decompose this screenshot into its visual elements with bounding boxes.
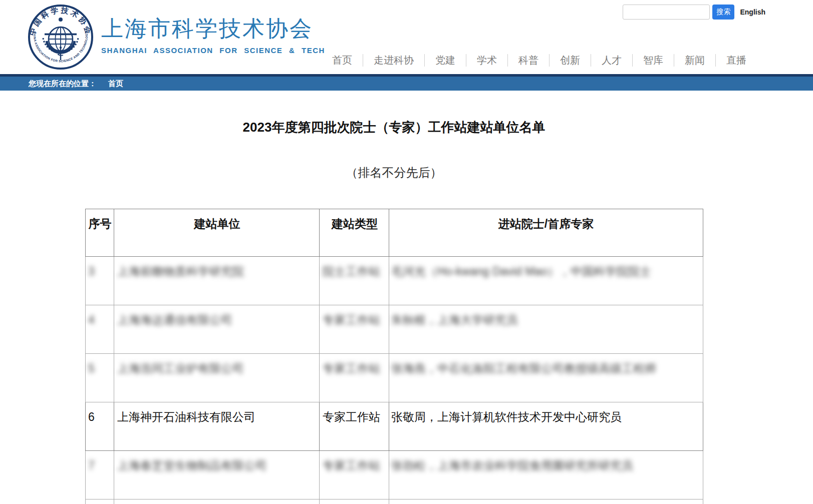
- expert-name: 张劲松，上海市农业科学院食用菌研究所研究员: [389, 451, 703, 499]
- station-type: 专家工作站: [320, 305, 389, 353]
- nav-item-4[interactable]: 科普: [508, 54, 549, 67]
- unit-name: 上海海达通信有限公司: [114, 305, 319, 353]
- unit-name: 上海浩同工业炉有限公司: [114, 354, 319, 402]
- unit-name: 上海神开石油科技有限公司: [114, 402, 319, 450]
- site-subtitle: SHANGHAI ASSOCIATION FOR SCIENCE & TECH: [101, 46, 325, 55]
- expert-name: 张海燕，中石化洛阳工程有限公司教授级高级工程师: [389, 354, 703, 402]
- row-number: [86, 499, 114, 504]
- nav-item-1[interactable]: 走进科协: [363, 54, 424, 67]
- search-input[interactable]: [623, 5, 710, 20]
- search-area: 搜索 English: [623, 4, 765, 20]
- table-row: 5 上海浩同工业炉有限公司 专家工作站 张海燕，中石化洛阳工程有限公司教授级高级…: [86, 354, 703, 402]
- cast-logo: 中国科学技术协会 CHINA ASSOCIATION FOR SCIENCE A…: [28, 4, 94, 70]
- workstation-table: 序号建站单位建站类型进站院士/首席专家 3 上海前瞻物质科学研究院 院士工作站 …: [85, 209, 703, 504]
- main-content: 2023年度第四批次院士（专家）工作站建站单位名单 （排名不分先后） 序号建站单…: [85, 120, 703, 504]
- row-number: 5: [86, 354, 114, 402]
- english-link[interactable]: English: [740, 8, 765, 16]
- nav-item-3[interactable]: 学术: [466, 54, 507, 67]
- table-row: [86, 499, 703, 504]
- station-type: 专家工作站: [320, 402, 389, 450]
- page: 中国科学技术协会 CHINA ASSOCIATION FOR SCIENCE A…: [0, 0, 813, 504]
- page-subtitle: （排名不分先后）: [85, 166, 703, 180]
- expert-name: 张敬周，上海计算机软件技术开发中心研究员: [389, 402, 703, 450]
- expert-name: [389, 499, 703, 504]
- column-header: 建站单位: [114, 209, 319, 256]
- unit-name: 上海前瞻物质科学研究院: [114, 257, 319, 305]
- station-type: 专家工作站: [320, 354, 389, 402]
- table-row: 4 上海海达通信有限公司 专家工作站 朱秋根，上海大学研究员: [86, 305, 703, 354]
- row-number: 3: [86, 257, 114, 305]
- nav-item-8[interactable]: 新闻: [674, 54, 715, 67]
- expert-name: 毛河光（Ho-kwang David Mao），中国科学院院士: [389, 257, 703, 305]
- table-row: 3 上海前瞻物质科学研究院 院士工作站 毛河光（Ho-kwang David M…: [86, 257, 703, 305]
- nav-item-5[interactable]: 创新: [550, 54, 591, 67]
- station-type: 专家工作站: [320, 451, 389, 499]
- nav-item-9[interactable]: 直播: [716, 54, 757, 67]
- row-number: 6: [86, 402, 114, 450]
- search-button[interactable]: 搜索: [712, 5, 734, 20]
- site-title: 上海市科学技术协会: [101, 16, 325, 42]
- brand: 上海市科学技术协会 SHANGHAI ASSOCIATION FOR SCIEN…: [101, 16, 325, 55]
- station-type: [320, 499, 389, 504]
- page-title: 2023年度第四批次院士（专家）工作站建站单位名单: [85, 120, 703, 135]
- main-nav: 首页走进科协党建学术科普创新人才智库新闻直播: [322, 54, 757, 67]
- logo-dot: [59, 18, 63, 22]
- table-row: 7 上海春芝堂生物制品有限公司 专家工作站 张劲松，上海市农业科学院食用菌研究所…: [86, 451, 703, 499]
- nav-item-7[interactable]: 智库: [633, 54, 674, 67]
- site-header: 中国科学技术协会 CHINA ASSOCIATION FOR SCIENCE A…: [0, 0, 813, 74]
- breadcrumb: 您现在所在的位置： 首页: [0, 74, 813, 91]
- column-header: 进站院士/首席专家: [389, 209, 703, 256]
- expert-name: 朱秋根，上海大学研究员: [389, 305, 703, 353]
- table-row: 6 上海神开石油科技有限公司 专家工作站 张敬周，上海计算机软件技术开发中心研究…: [86, 402, 703, 451]
- nav-item-2[interactable]: 党建: [425, 54, 466, 67]
- nav-item-0[interactable]: 首页: [322, 54, 363, 67]
- unit-name: [114, 499, 319, 504]
- column-header: 建站类型: [320, 209, 389, 256]
- breadcrumb-prefix: 您现在所在的位置：: [29, 79, 96, 89]
- unit-name: 上海春芝堂生物制品有限公司: [114, 451, 319, 499]
- column-header: 序号: [86, 209, 114, 256]
- row-number: 7: [86, 451, 114, 499]
- row-number: 4: [86, 305, 114, 353]
- cast-logo-emblem: 中国科学技术协会 CHINA ASSOCIATION FOR SCIENCE A…: [28, 4, 94, 70]
- nav-item-6[interactable]: 人才: [591, 54, 632, 67]
- breadcrumb-home-link[interactable]: 首页: [108, 79, 123, 89]
- station-type: 院士工作站: [320, 257, 389, 305]
- table-header-row: 序号建站单位建站类型进站院士/首席专家: [86, 209, 703, 257]
